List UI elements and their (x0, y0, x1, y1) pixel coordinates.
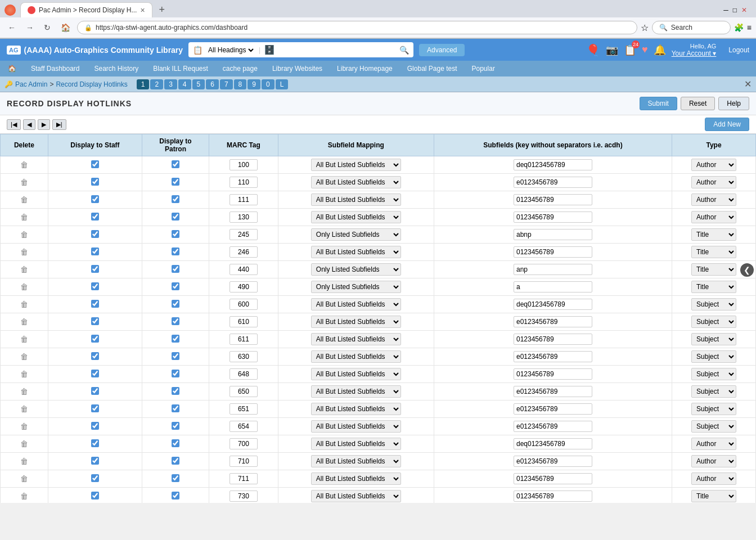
subfields-input[interactable] (514, 316, 592, 327)
new-tab-button[interactable]: + (155, 4, 170, 16)
display-patron-checkbox[interactable] (172, 370, 179, 377)
display-staff-checkbox[interactable] (91, 282, 99, 290)
display-staff-checkbox[interactable] (91, 387, 99, 395)
browser-tab-active[interactable]: Pac Admin > Record Display H... × (20, 2, 152, 17)
display-staff-checkbox[interactable] (91, 492, 99, 500)
display-patron-checkbox[interactable] (172, 282, 179, 290)
delete-row-button[interactable]: 🗑 (20, 439, 28, 448)
heart-icon[interactable]: ♥ (642, 44, 648, 56)
next-page-button[interactable]: ▶ (38, 119, 50, 130)
subfield-mapping-select[interactable]: All But Listed SubfieldsOnly Listed Subf… (311, 490, 401, 502)
display-staff-checkbox[interactable] (91, 265, 99, 273)
type-select[interactable]: AuthorTitleSubjectSeries (691, 228, 736, 241)
reset-button[interactable]: Reset (681, 97, 715, 110)
type-select[interactable]: AuthorTitleSubjectSeries (691, 490, 736, 502)
type-select[interactable]: AuthorTitleSubjectSeries (691, 176, 736, 188)
marc-tag-input[interactable] (230, 456, 258, 467)
display-patron-checkbox[interactable] (172, 492, 179, 500)
subfield-mapping-select[interactable]: All But Listed SubfieldsOnly Listed Subf… (311, 385, 401, 398)
display-staff-checkbox[interactable] (91, 404, 99, 412)
database-icon[interactable]: 🗄️ (264, 44, 275, 55)
display-patron-checkbox[interactable] (172, 474, 179, 482)
type-select[interactable]: AuthorTitleSubjectSeries (691, 385, 736, 398)
display-staff-checkbox[interactable] (91, 457, 99, 465)
subfields-input[interactable] (514, 334, 592, 345)
subfield-mapping-select[interactable]: All But Listed SubfieldsOnly Listed Subf… (311, 176, 401, 188)
delete-row-button[interactable]: 🗑 (20, 335, 28, 344)
display-patron-checkbox[interactable] (172, 300, 179, 308)
nav-library-websites[interactable]: Library Websites (269, 63, 326, 74)
delete-row-button[interactable]: 🗑 (20, 195, 28, 204)
display-patron-checkbox[interactable] (172, 178, 179, 186)
display-patron-checkbox[interactable] (172, 439, 179, 447)
tab-8[interactable]: 8 (234, 79, 247, 89)
subfields-input[interactable] (514, 368, 592, 380)
delete-row-button[interactable]: 🗑 (20, 230, 28, 239)
type-select[interactable]: AuthorTitleSubjectSeries (691, 403, 736, 415)
delete-row-button[interactable]: 🗑 (20, 352, 28, 361)
type-select[interactable]: AuthorTitleSubjectSeries (691, 194, 736, 206)
subfield-mapping-select[interactable]: All But Listed SubfieldsOnly Listed Subf… (311, 350, 401, 363)
close-panel-button[interactable]: ✕ (744, 79, 752, 89)
tab-0[interactable]: 0 (262, 79, 274, 89)
type-select[interactable]: AuthorTitleSubjectSeries (691, 263, 736, 276)
first-page-button[interactable]: |◀ (7, 119, 21, 130)
bell-icon[interactable]: 🔔 (654, 44, 666, 56)
subfields-input[interactable] (514, 473, 592, 484)
nav-blank-ill[interactable]: Blank ILL Request (150, 63, 212, 74)
help-button[interactable]: Help (718, 97, 749, 110)
tab-6[interactable]: 6 (206, 79, 219, 89)
subfield-mapping-select[interactable]: All But Listed SubfieldsOnly Listed Subf… (311, 159, 401, 171)
display-patron-checkbox[interactable] (172, 265, 179, 273)
display-staff-checkbox[interactable] (91, 352, 99, 360)
delete-row-button[interactable]: 🗑 (20, 387, 28, 396)
marc-tag-input[interactable] (230, 194, 258, 205)
display-patron-checkbox[interactable] (172, 422, 179, 430)
subfields-input[interactable] (514, 159, 592, 170)
display-patron-checkbox[interactable] (172, 352, 179, 360)
delete-row-button[interactable]: 🗑 (20, 474, 28, 483)
delete-row-button[interactable]: 🗑 (20, 213, 28, 222)
url-bar[interactable]: 🔒 https://qa-stwi-agent.auto-graphics.co… (77, 21, 637, 34)
delete-row-button[interactable]: 🗑 (20, 370, 28, 379)
breadcrumb-root[interactable]: Pac Admin (15, 80, 47, 88)
subfields-input[interactable] (514, 177, 592, 188)
nav-home-icon[interactable]: 🏠 (4, 63, 20, 74)
search-input[interactable] (278, 46, 396, 54)
subfields-input[interactable] (514, 438, 592, 449)
marc-tag-input[interactable] (230, 403, 258, 415)
display-staff-checkbox[interactable] (91, 230, 99, 238)
menu-icon[interactable]: ≡ (747, 23, 752, 32)
display-staff-checkbox[interactable] (91, 317, 99, 325)
delete-row-button[interactable]: 🗑 (20, 282, 28, 291)
window-minimize-btn[interactable]: ─ (723, 6, 728, 14)
tab-5[interactable]: 5 (192, 79, 205, 89)
marc-tag-input[interactable] (230, 473, 258, 484)
display-staff-checkbox[interactable] (91, 195, 99, 203)
subfield-mapping-select[interactable]: All But Listed SubfieldsOnly Listed Subf… (311, 316, 401, 328)
type-select[interactable]: AuthorTitleSubjectSeries (691, 333, 736, 345)
subfield-mapping-select[interactable]: All But Listed SubfieldsOnly Listed Subf… (311, 438, 401, 450)
subfield-mapping-select[interactable]: All But Listed SubfieldsOnly Listed Subf… (311, 368, 401, 380)
display-patron-checkbox[interactable] (172, 160, 179, 168)
subfield-mapping-select[interactable]: All But Listed SubfieldsOnly Listed Subf… (311, 228, 401, 241)
marc-tag-input[interactable] (230, 351, 258, 362)
marc-tag-input[interactable] (230, 438, 258, 449)
display-staff-checkbox[interactable] (91, 178, 99, 186)
subfield-mapping-select[interactable]: All But Listed SubfieldsOnly Listed Subf… (311, 298, 401, 310)
type-select[interactable]: AuthorTitleSubjectSeries (691, 316, 736, 328)
type-select[interactable]: AuthorTitleSubjectSeries (691, 246, 736, 258)
subfields-input[interactable] (514, 351, 592, 362)
subfields-input[interactable] (514, 403, 592, 415)
subfield-mapping-select[interactable]: All But Listed SubfieldsOnly Listed Subf… (311, 194, 401, 206)
marc-tag-input[interactable] (230, 386, 258, 397)
tab-2[interactable]: 2 (150, 79, 163, 89)
marc-tag-input[interactable] (230, 212, 258, 223)
delete-row-button[interactable]: 🗑 (20, 492, 28, 501)
type-select[interactable]: AuthorTitleSubjectSeries (691, 159, 736, 171)
logout-button[interactable]: Logout (728, 46, 749, 54)
balloon-icon[interactable]: 🎈 (586, 43, 600, 57)
marc-tag-input[interactable] (230, 229, 258, 240)
tab-1[interactable]: 1 (137, 79, 150, 89)
display-staff-checkbox[interactable] (91, 248, 99, 255)
